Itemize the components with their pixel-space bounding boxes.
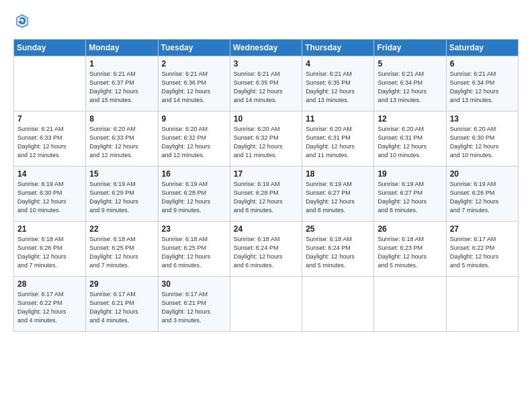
day-number: 3 — [234, 59, 298, 68]
calendar-cell: 17Sunrise: 6:19 AM Sunset: 6:28 PM Dayli… — [230, 167, 302, 222]
day-number: 7 — [17, 114, 82, 124]
day-detail: Sunrise: 6:19 AM Sunset: 6:27 PM Dayligh… — [378, 180, 442, 215]
day-detail: Sunrise: 6:21 AM Sunset: 6:35 PM Dayligh… — [306, 70, 370, 105]
calendar: SundayMondayTuesdayWednesdayThursdayFrid… — [13, 39, 519, 332]
day-detail: Sunrise: 6:20 AM Sunset: 6:33 PM Dayligh… — [89, 125, 154, 160]
calendar-cell: 23Sunrise: 6:18 AM Sunset: 6:25 PM Dayli… — [158, 222, 230, 277]
day-detail: Sunrise: 6:20 AM Sunset: 6:31 PM Dayligh… — [306, 125, 370, 160]
day-number: 22 — [89, 224, 154, 234]
day-number: 9 — [162, 114, 226, 124]
calendar-cell: 30Sunrise: 6:17 AM Sunset: 6:21 PM Dayli… — [158, 277, 230, 332]
day-detail: Sunrise: 6:18 AM Sunset: 6:23 PM Dayligh… — [378, 235, 442, 270]
day-header-tuesday: Tuesday — [158, 40, 230, 56]
calendar-cell: 3Sunrise: 6:21 AM Sunset: 6:35 PM Daylig… — [230, 56, 302, 111]
calendar-cell: 12Sunrise: 6:20 AM Sunset: 6:31 PM Dayli… — [374, 111, 446, 167]
calendar-cell: 18Sunrise: 6:19 AM Sunset: 6:27 PM Dayli… — [302, 167, 374, 222]
day-detail: Sunrise: 6:17 AM Sunset: 6:21 PM Dayligh… — [89, 290, 154, 325]
day-detail: Sunrise: 6:18 AM Sunset: 6:24 PM Dayligh… — [234, 235, 298, 270]
day-header-sunday: Sunday — [14, 40, 86, 56]
day-detail: Sunrise: 6:18 AM Sunset: 6:26 PM Dayligh… — [17, 235, 82, 270]
day-number: 5 — [378, 59, 442, 68]
day-detail: Sunrise: 6:19 AM Sunset: 6:28 PM Dayligh… — [234, 180, 298, 215]
day-number: 8 — [89, 114, 154, 124]
day-detail: Sunrise: 6:18 AM Sunset: 6:24 PM Dayligh… — [306, 235, 370, 270]
day-number: 10 — [234, 114, 298, 124]
day-header-wednesday: Wednesday — [230, 40, 302, 56]
day-detail: Sunrise: 6:19 AM Sunset: 6:28 PM Dayligh… — [162, 180, 226, 215]
day-number: 1 — [89, 59, 154, 68]
calendar-cell: 29Sunrise: 6:17 AM Sunset: 6:21 PM Dayli… — [86, 277, 158, 332]
calendar-cell: 14Sunrise: 6:19 AM Sunset: 6:30 PM Dayli… — [14, 167, 86, 222]
day-number: 11 — [306, 114, 370, 124]
day-number: 12 — [378, 114, 442, 124]
day-header-saturday: Saturday — [446, 40, 518, 56]
calendar-cell — [302, 277, 374, 332]
day-number: 4 — [306, 59, 370, 68]
day-number: 27 — [450, 224, 515, 234]
day-detail: Sunrise: 6:19 AM Sunset: 6:30 PM Dayligh… — [17, 180, 82, 215]
day-number: 14 — [17, 169, 82, 179]
day-detail: Sunrise: 6:20 AM Sunset: 6:32 PM Dayligh… — [162, 125, 226, 160]
calendar-cell: 28Sunrise: 6:17 AM Sunset: 6:22 PM Dayli… — [14, 277, 86, 332]
day-detail: Sunrise: 6:17 AM Sunset: 6:21 PM Dayligh… — [162, 290, 226, 325]
day-detail: Sunrise: 6:21 AM Sunset: 6:34 PM Dayligh… — [378, 70, 442, 105]
calendar-cell: 19Sunrise: 6:19 AM Sunset: 6:27 PM Dayli… — [374, 167, 446, 222]
day-number: 2 — [162, 59, 226, 68]
week-row-1: 1Sunrise: 6:21 AM Sunset: 6:37 PM Daylig… — [14, 56, 519, 111]
day-number: 28 — [17, 279, 82, 289]
page: SundayMondayTuesdayWednesdayThursdayFrid… — [0, 0, 532, 411]
calendar-cell: 21Sunrise: 6:18 AM Sunset: 6:26 PM Dayli… — [14, 222, 86, 277]
logo — [13, 12, 32, 32]
day-number: 6 — [450, 59, 515, 68]
day-header-thursday: Thursday — [302, 40, 374, 56]
day-number: 13 — [450, 114, 515, 124]
week-row-3: 14Sunrise: 6:19 AM Sunset: 6:30 PM Dayli… — [14, 167, 519, 222]
day-detail: Sunrise: 6:20 AM Sunset: 6:31 PM Dayligh… — [378, 125, 442, 160]
calendar-cell: 5Sunrise: 6:21 AM Sunset: 6:34 PM Daylig… — [374, 56, 446, 111]
day-detail: Sunrise: 6:19 AM Sunset: 6:27 PM Dayligh… — [306, 180, 370, 215]
calendar-cell: 1Sunrise: 6:21 AM Sunset: 6:37 PM Daylig… — [86, 56, 158, 111]
generalblue-icon — [15, 12, 30, 30]
day-header-friday: Friday — [374, 40, 446, 56]
day-number: 16 — [162, 169, 226, 179]
week-row-2: 7Sunrise: 6:21 AM Sunset: 6:33 PM Daylig… — [14, 111, 519, 167]
calendar-cell: 6Sunrise: 6:21 AM Sunset: 6:34 PM Daylig… — [446, 56, 518, 111]
day-number: 20 — [450, 169, 515, 179]
calendar-cell: 2Sunrise: 6:21 AM Sunset: 6:36 PM Daylig… — [158, 56, 230, 111]
day-detail: Sunrise: 6:21 AM Sunset: 6:37 PM Dayligh… — [89, 70, 154, 105]
calendar-cell: 11Sunrise: 6:20 AM Sunset: 6:31 PM Dayli… — [302, 111, 374, 167]
calendar-cell — [446, 277, 518, 332]
calendar-cell: 16Sunrise: 6:19 AM Sunset: 6:28 PM Dayli… — [158, 167, 230, 222]
day-number: 19 — [378, 169, 442, 179]
calendar-cell: 24Sunrise: 6:18 AM Sunset: 6:24 PM Dayli… — [230, 222, 302, 277]
header — [13, 12, 519, 32]
calendar-cell — [14, 56, 86, 111]
day-detail: Sunrise: 6:18 AM Sunset: 6:25 PM Dayligh… — [89, 235, 154, 270]
day-detail: Sunrise: 6:21 AM Sunset: 6:35 PM Dayligh… — [234, 70, 298, 105]
day-number: 25 — [306, 224, 370, 234]
day-detail: Sunrise: 6:19 AM Sunset: 6:29 PM Dayligh… — [89, 180, 154, 215]
day-number: 29 — [89, 279, 154, 289]
calendar-cell: 26Sunrise: 6:18 AM Sunset: 6:23 PM Dayli… — [374, 222, 446, 277]
day-header-monday: Monday — [86, 40, 158, 56]
day-number: 18 — [306, 169, 370, 179]
day-detail: Sunrise: 6:20 AM Sunset: 6:30 PM Dayligh… — [450, 125, 515, 160]
week-row-4: 21Sunrise: 6:18 AM Sunset: 6:26 PM Dayli… — [14, 222, 519, 277]
day-detail: Sunrise: 6:21 AM Sunset: 6:33 PM Dayligh… — [17, 125, 82, 160]
calendar-cell: 7Sunrise: 6:21 AM Sunset: 6:33 PM Daylig… — [14, 111, 86, 167]
day-number: 26 — [378, 224, 442, 234]
day-detail: Sunrise: 6:19 AM Sunset: 6:26 PM Dayligh… — [450, 180, 515, 215]
svg-marker-0 — [15, 13, 28, 28]
day-detail: Sunrise: 6:21 AM Sunset: 6:36 PM Dayligh… — [162, 70, 226, 105]
day-number: 21 — [17, 224, 82, 234]
calendar-cell: 15Sunrise: 6:19 AM Sunset: 6:29 PM Dayli… — [86, 167, 158, 222]
calendar-cell: 10Sunrise: 6:20 AM Sunset: 6:32 PM Dayli… — [230, 111, 302, 167]
day-detail: Sunrise: 6:21 AM Sunset: 6:34 PM Dayligh… — [450, 70, 515, 105]
day-number: 30 — [162, 279, 226, 289]
calendar-cell: 22Sunrise: 6:18 AM Sunset: 6:25 PM Dayli… — [86, 222, 158, 277]
day-detail: Sunrise: 6:17 AM Sunset: 6:22 PM Dayligh… — [17, 290, 82, 325]
calendar-cell: 4Sunrise: 6:21 AM Sunset: 6:35 PM Daylig… — [302, 56, 374, 111]
calendar-cell — [374, 277, 446, 332]
day-detail: Sunrise: 6:20 AM Sunset: 6:32 PM Dayligh… — [234, 125, 298, 160]
day-number: 17 — [234, 169, 298, 179]
